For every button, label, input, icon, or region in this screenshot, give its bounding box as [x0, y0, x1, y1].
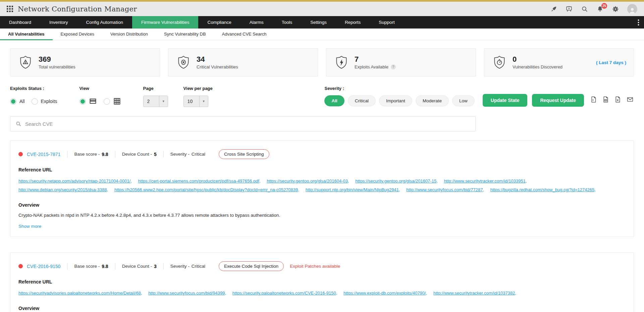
demo-presentation-icon[interactable]	[566, 5, 573, 13]
severity-value: Critical	[192, 264, 205, 269]
reference-link: https://bugzilla.redhat.com/show_bug.cgi…	[490, 186, 596, 194]
view-options	[79, 95, 128, 107]
filters-left: Exploits Status : All Exploits View	[10, 86, 213, 107]
cve-search-input[interactable]	[25, 121, 470, 127]
severity-pill-important[interactable]: Important	[379, 95, 412, 106]
subtab-sync-vulnerability-db[interactable]: Sync Vulnerability DB	[156, 29, 214, 40]
per-page-select-value: 10	[184, 96, 199, 107]
notification-count-badge: 25	[601, 3, 607, 9]
reference-url-heading: Reference URL	[18, 167, 626, 172]
severity-pill-low[interactable]: Low	[452, 95, 475, 106]
severity-label: Severity -	[170, 152, 190, 157]
base-score-meta: Base score - 9.8	[67, 151, 115, 158]
xls-export-icon[interactable]	[614, 96, 621, 103]
device-count-meta: Device Count - 3	[115, 263, 163, 270]
radio-exploits-all[interactable]	[10, 98, 16, 105]
cve-id-link[interactable]: CVE-2016-9150	[27, 264, 60, 269]
base-score-value: 9.8	[102, 152, 108, 157]
update-state-button[interactable]: Update State	[483, 94, 528, 107]
base-score-label: Base score -	[74, 264, 100, 269]
radio-exploits-only[interactable]	[32, 98, 38, 105]
apps-grid-icon[interactable]	[7, 6, 13, 12]
page-label: Page	[143, 86, 168, 91]
whats-new-rocket-icon[interactable]	[550, 5, 557, 13]
reference-link: https://www.exploit-db.com/exploits/4079…	[343, 289, 427, 298]
stat-label: Exploits Available ?	[355, 64, 396, 69]
radio-list-view[interactable]	[79, 98, 86, 105]
subtab-all-vulnerabilities[interactable]: All Vulnerabilities	[0, 29, 53, 40]
nav-more-kebab-icon[interactable]	[638, 19, 639, 25]
reference-link: https://security.paloaltonetworks.com/CV…	[232, 289, 337, 298]
reference-url-list: https://securityadvisories.paloaltonetwo…	[18, 289, 626, 298]
stat-period-link[interactable]: ( Last 7 days )	[596, 60, 626, 65]
radio-exploits-all-label[interactable]: All	[19, 99, 25, 104]
stat-label-text: Exploits Available	[355, 64, 388, 69]
severity-pill-critical[interactable]: Critical	[348, 95, 376, 106]
exploits-status-label: Exploits Status :	[10, 86, 64, 91]
device-count-label: Device Count -	[122, 152, 152, 157]
show-more-link[interactable]: Show more	[18, 224, 41, 229]
search-icon[interactable]	[581, 5, 588, 13]
notifications-bell-icon[interactable]: 25	[596, 5, 604, 13]
nav-tab-inventory[interactable]: Inventory	[40, 16, 77, 29]
nav-tab-support[interactable]: Support	[370, 16, 404, 29]
nav-tab-dashboard[interactable]: Dashboard	[0, 16, 40, 29]
settings-gear-icon[interactable]	[612, 5, 619, 13]
help-icon[interactable]: ?	[391, 64, 396, 69]
app-title: Network Configuration Manager	[18, 5, 137, 13]
severity-label: Severity -	[170, 264, 190, 269]
main-nav: Dashboard Inventory Config Automation Fi…	[0, 16, 644, 29]
severity-pill-all[interactable]: All	[324, 95, 344, 106]
csv-export-icon[interactable]	[602, 96, 609, 103]
reference-link: https://securityadvisories.paloaltonetwo…	[18, 289, 142, 298]
email-export-icon[interactable]	[626, 96, 634, 103]
reference-link: http://www.securitytracker.com/id/103395…	[444, 177, 527, 186]
reference-url-heading: Reference URL	[18, 279, 626, 284]
pdf-export-icon[interactable]: A	[590, 96, 597, 103]
overview-heading: Overview	[18, 202, 626, 208]
nav-tab-reports[interactable]: Reports	[336, 16, 370, 29]
nav-tab-config-automation[interactable]: Config Automation	[77, 16, 132, 29]
shield-exploit-icon	[334, 55, 349, 70]
exploits-status-group: Exploits Status : All Exploits	[10, 86, 64, 107]
user-avatar[interactable]	[627, 4, 637, 14]
stat-cards: 369 Total vulnerabilities 34 Critical Vu…	[10, 48, 634, 76]
radio-grid-view[interactable]	[104, 98, 110, 105]
subtab-exposed-devices[interactable]: Exposed Devices	[53, 29, 102, 40]
base-score-value: 9.8	[102, 264, 108, 269]
reference-link: https://security.netapp.com/advisory/nta…	[18, 177, 132, 186]
per-page-select[interactable]: 10	[183, 96, 208, 107]
filters-bar: Exploits Status : All Exploits View	[10, 86, 634, 107]
stat-value: 369	[39, 55, 75, 63]
page-select-value: 2	[144, 96, 159, 107]
reference-url-list: https://security.netapp.com/advisory/nta…	[18, 177, 626, 194]
severity-pill-moderate[interactable]: Moderate	[416, 95, 449, 106]
list-view-icon[interactable]	[89, 97, 97, 105]
subtab-version-distribution[interactable]: Version Distribution	[102, 29, 156, 40]
radio-exploits-only-label[interactable]: Exploits	[41, 99, 57, 104]
nav-tab-alarms[interactable]: Alarms	[240, 16, 273, 29]
page-group: Page 2	[143, 86, 168, 107]
request-update-button[interactable]: Request Update	[532, 94, 584, 107]
severity-meta: Severity - Critical	[163, 263, 212, 269]
grid-view-icon[interactable]	[113, 97, 121, 105]
nav-tab-firmware-vulnerabilities[interactable]: Firmware Vulnerabilities	[132, 16, 199, 29]
page-select[interactable]: 2	[143, 96, 168, 107]
reference-link: https://security.gentoo.org/glsa/201604-…	[267, 177, 349, 186]
reference-link: http://www.securityfocus.com/bid/94399	[148, 289, 226, 298]
device-count-meta: Device Count - 5	[115, 151, 163, 158]
cve-header-row: CVE-2015-7871 Base score - 9.8 Device Co…	[18, 149, 626, 159]
exploits-status-options: All Exploits	[10, 95, 64, 107]
stat-card-total-vulnerabilities: 369 Total vulnerabilities	[10, 48, 160, 76]
view-label: View	[79, 86, 128, 91]
nav-tab-settings[interactable]: Settings	[301, 16, 336, 29]
subtab-advanced-cve-search[interactable]: Advanced CVE Search	[214, 29, 275, 40]
dropdown-caret-icon	[199, 96, 208, 107]
stat-text: 0 Vulnerabilities Discovered	[513, 55, 562, 69]
nav-tab-tools[interactable]: Tools	[273, 16, 302, 29]
cve-id-link[interactable]: CVE-2015-7871	[27, 152, 60, 157]
nav-tab-compliance[interactable]: Compliance	[198, 16, 240, 29]
stat-text: 34 Critical Vulnerabilities	[197, 55, 238, 69]
device-count-label: Device Count -	[122, 264, 152, 269]
cve-card: CVE-2015-7871 Base score - 9.8 Device Co…	[10, 140, 634, 237]
